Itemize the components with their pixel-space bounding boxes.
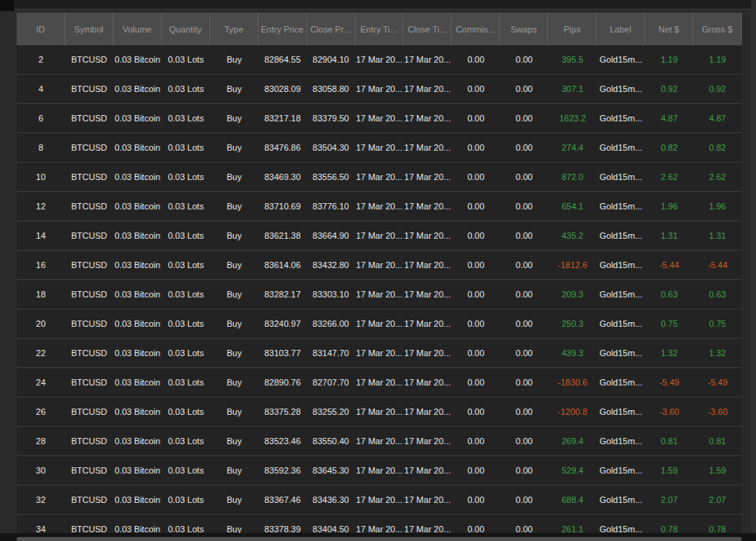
cell-entry_time: 17 Mar 20... — [355, 84, 404, 94]
cell-quantity: 0.03 Lots — [162, 378, 210, 387]
table-row[interactable]: 8BTCUSD0.03 Bitcoin0.03 LotsBuy83476.868… — [17, 133, 742, 163]
table-row[interactable]: 16BTCUSD0.03 Bitcoin0.03 LotsBuy83614.06… — [17, 251, 742, 280]
table-row[interactable]: 20BTCUSD0.03 Bitcoin0.03 LotsBuy83240.97… — [17, 309, 742, 339]
cell-pips: 435.2 — [548, 231, 597, 240]
top-left-panel-corner — [0, 0, 14, 11]
column-header-volume[interactable]: Volume — [113, 13, 162, 45]
cell-symbol: BTCUSD — [65, 55, 113, 64]
column-header-close_time[interactable]: Close Ti... — [403, 13, 451, 45]
column-header-swaps[interactable]: Swaps — [500, 13, 548, 45]
cell-type: Buy — [210, 113, 259, 123]
cell-commission: 0.00 — [451, 143, 500, 152]
cell-pips: 872.0 — [548, 172, 597, 182]
cell-id: 10 — [17, 172, 65, 182]
table-row[interactable]: 24BTCUSD0.03 Bitcoin0.03 LotsBuy82890.76… — [17, 368, 742, 397]
cell-type: Buy — [210, 55, 259, 64]
column-header-entry_price[interactable]: Entry Price — [259, 13, 307, 45]
cell-commission: 0.00 — [451, 55, 500, 64]
column-header-quantity[interactable]: Quantity — [162, 13, 210, 45]
cell-type: Buy — [210, 143, 259, 152]
cell-symbol: BTCUSD — [65, 84, 113, 94]
cell-entry_price: 83028.09 — [259, 84, 307, 94]
table-row[interactable]: 10BTCUSD0.03 Bitcoin0.03 LotsBuy83469.30… — [17, 163, 742, 192]
table-row[interactable]: 26BTCUSD0.03 Bitcoin0.03 LotsBuy83375.28… — [17, 397, 742, 427]
table-row[interactable]: 2BTCUSD0.03 Bitcoin0.03 LotsBuy82864.558… — [17, 45, 742, 75]
cell-close_price: 83556.50 — [307, 172, 355, 182]
cell-close_time: 17 Mar 20... — [403, 290, 451, 299]
table-row[interactable]: 12BTCUSD0.03 Bitcoin0.03 LotsBuy83710.69… — [17, 192, 742, 221]
cell-entry_time: 17 Mar 20... — [355, 407, 404, 416]
cell-id: 24 — [17, 378, 65, 387]
cell-gross: -5.49 — [693, 378, 742, 387]
cell-id: 32 — [17, 495, 65, 505]
cell-type: Buy — [210, 436, 259, 446]
column-header-type[interactable]: Type — [210, 13, 259, 45]
cell-entry_price: 83375.28 — [259, 407, 307, 416]
cell-entry_time: 17 Mar 20... — [355, 172, 404, 182]
column-header-id[interactable]: ID — [17, 13, 65, 45]
cell-close_price: 82904.10 — [307, 55, 355, 64]
cell-type: Buy — [210, 319, 259, 328]
cell-swaps: 0.00 — [500, 348, 548, 358]
cell-commission: 0.00 — [451, 436, 500, 446]
column-header-symbol[interactable]: Symbol — [65, 13, 113, 45]
cell-label: Gold15m... — [597, 172, 645, 182]
cell-close_price: 83550.40 — [307, 436, 355, 446]
trading-history-screen: IDSymbolVolumeQuantityTypeEntry PriceClo… — [0, 0, 756, 541]
cell-label: Gold15m... — [597, 231, 645, 240]
table-row[interactable]: 28BTCUSD0.03 Bitcoin0.03 LotsBuy83523.46… — [17, 427, 742, 456]
cell-gross: 2.62 — [693, 172, 742, 182]
cell-gross: 1.59 — [693, 466, 742, 475]
column-header-entry_time[interactable]: Entry Ti... — [355, 13, 404, 45]
cell-swaps: 0.00 — [500, 260, 548, 270]
horizontal-scrollbar[interactable] — [17, 537, 742, 541]
column-header-gross[interactable]: Gross $ — [693, 13, 742, 45]
cell-swaps: 0.00 — [500, 201, 548, 211]
cell-entry_price: 82864.55 — [259, 55, 307, 64]
cell-entry_time: 17 Mar 20... — [355, 260, 404, 270]
orders-table: IDSymbolVolumeQuantityTypeEntry PriceClo… — [17, 13, 742, 541]
cell-quantity: 0.03 Lots — [162, 436, 210, 446]
cell-entry_price: 83367.46 — [259, 495, 307, 505]
cell-volume: 0.03 Bitcoin — [113, 143, 162, 152]
cell-swaps: 0.00 — [500, 495, 548, 505]
cell-close_time: 17 Mar 20... — [403, 113, 451, 123]
cell-gross: 0.81 — [693, 436, 742, 446]
column-header-close_price[interactable]: Close Pr... — [307, 13, 355, 45]
cell-entry_price: 83103.77 — [259, 348, 307, 358]
table-row[interactable]: 4BTCUSD0.03 Bitcoin0.03 LotsBuy83028.098… — [17, 75, 742, 104]
cell-commission: 0.00 — [451, 378, 500, 387]
cell-close_time: 17 Mar 20... — [403, 495, 451, 505]
table-row[interactable]: 14BTCUSD0.03 Bitcoin0.03 LotsBuy83621.38… — [17, 221, 742, 251]
cell-entry_price: 83710.69 — [259, 201, 307, 211]
top-bar — [0, 0, 756, 10]
cell-entry_time: 17 Mar 20... — [355, 466, 404, 475]
cell-type: Buy — [210, 231, 259, 240]
column-header-commission[interactable]: Commis... — [451, 13, 500, 45]
table-row[interactable]: 6BTCUSD0.03 Bitcoin0.03 LotsBuy83217.188… — [17, 104, 742, 133]
cell-quantity: 0.03 Lots — [162, 84, 210, 94]
column-header-label[interactable]: Label — [597, 13, 645, 45]
table-row[interactable]: 22BTCUSD0.03 Bitcoin0.03 LotsBuy83103.77… — [17, 339, 742, 368]
table-row[interactable]: 32BTCUSD0.03 Bitcoin0.03 LotsBuy83367.46… — [17, 485, 742, 515]
vertical-scrollbar-track[interactable] — [751, 0, 756, 541]
cell-entry_price: 83621.38 — [259, 231, 307, 240]
cell-swaps: 0.00 — [500, 231, 548, 240]
table-row[interactable]: 18BTCUSD0.03 Bitcoin0.03 LotsBuy83282.17… — [17, 280, 742, 309]
cell-swaps: 0.00 — [500, 378, 548, 387]
cell-net: 0.81 — [645, 436, 693, 446]
cell-type: Buy — [210, 290, 259, 299]
cell-pips: 688.4 — [548, 495, 597, 505]
cell-swaps: 0.00 — [500, 407, 548, 416]
cell-close_time: 17 Mar 20... — [403, 436, 451, 446]
column-header-net[interactable]: Net $ — [645, 13, 693, 45]
table-body: 2BTCUSD0.03 Bitcoin0.03 LotsBuy82864.558… — [17, 45, 742, 541]
cell-gross: 0.92 — [693, 84, 742, 94]
cell-entry_time: 17 Mar 20... — [355, 378, 404, 387]
table-row[interactable]: 30BTCUSD0.03 Bitcoin0.03 LotsBuy83592.36… — [17, 456, 742, 485]
cell-id: 18 — [17, 290, 65, 299]
column-header-pips[interactable]: Pips — [548, 13, 597, 45]
cell-id: 20 — [17, 319, 65, 328]
cell-close_price: 83303.10 — [307, 290, 355, 299]
cell-commission: 0.00 — [451, 290, 500, 299]
